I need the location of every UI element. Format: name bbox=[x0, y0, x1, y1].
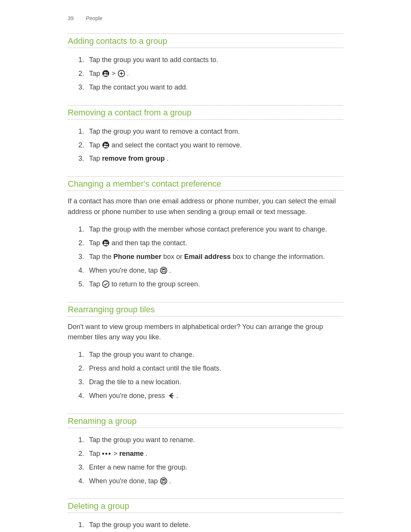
text: . bbox=[146, 450, 148, 457]
steps-changing: Tap the group with the member whose cont… bbox=[68, 223, 343, 291]
list-item: Drag the tile to a new location. bbox=[86, 375, 343, 389]
list-item: Tap ••• > rename . bbox=[86, 447, 343, 461]
text: . bbox=[127, 70, 129, 77]
section-adding: Adding contacts to a group Tap the group… bbox=[68, 34, 343, 94]
section-rearranging: Rearranging group tiles Don't want to vi… bbox=[68, 302, 343, 403]
text: . bbox=[167, 155, 169, 162]
text: Tap bbox=[89, 141, 102, 149]
email-address-box: Email address bbox=[184, 253, 231, 260]
list-item: Tap the group you want to delete. bbox=[86, 518, 343, 532]
heading-rearranging: Rearranging group tiles bbox=[68, 302, 343, 316]
steps-rearranging: Tap the group you want to change. Press … bbox=[68, 348, 343, 403]
section-deleting: Deleting a group Tap the group you want … bbox=[68, 498, 343, 532]
text: box or bbox=[163, 253, 184, 260]
list-item: Tap the group you want to rename. bbox=[86, 433, 343, 447]
phone-number-box: Phone number bbox=[113, 253, 161, 260]
action-rename: rename bbox=[119, 450, 143, 457]
page-number: 39 bbox=[68, 15, 74, 21]
more-dots-icon: ••• bbox=[102, 449, 112, 459]
section-changing: Changing a member's contact preference I… bbox=[68, 176, 343, 291]
list-item: When you're done, tap . bbox=[86, 264, 343, 278]
text: Tap bbox=[89, 155, 102, 162]
text: Tap bbox=[89, 70, 102, 77]
text: . bbox=[169, 267, 171, 274]
text: and select the contact you want to remov… bbox=[112, 141, 242, 149]
text: When you're done, tap bbox=[89, 477, 160, 485]
text: . bbox=[177, 392, 178, 399]
separator: > bbox=[113, 450, 119, 457]
list-item: Tap the group you want to change. bbox=[86, 348, 343, 362]
text: Tap bbox=[89, 280, 102, 288]
list-item: Tap and then tap the contact. bbox=[86, 236, 343, 250]
check-circle-icon bbox=[102, 280, 110, 288]
list-item: Tap the group you want to add contacts t… bbox=[86, 53, 343, 67]
page-section-title: People bbox=[86, 15, 102, 21]
list-item: Tap the group you want to remove a conta… bbox=[86, 125, 343, 139]
steps-deleting: Tap the group you want to delete. Tap ••… bbox=[68, 518, 343, 532]
text: When you're done, press bbox=[89, 392, 167, 399]
plus-circle-icon bbox=[118, 70, 125, 77]
steps-removing: Tap the group you want to remove a conta… bbox=[68, 125, 343, 166]
heading-changing: Changing a member's contact preference bbox=[68, 177, 343, 191]
list-item: Tap to return to the group screen. bbox=[86, 278, 343, 291]
text: and then tap the contact. bbox=[112, 239, 187, 247]
list-item: Tap > . bbox=[86, 67, 343, 81]
back-arrow-icon bbox=[167, 392, 175, 399]
heading-adding: Adding contacts to a group bbox=[68, 34, 343, 48]
text: Tap bbox=[89, 239, 102, 247]
list-item: Enter a new name for the group. bbox=[86, 461, 343, 474]
group-icon bbox=[102, 239, 110, 247]
text: Tap the bbox=[89, 253, 113, 260]
section-renaming: Renaming a group Tap the group you want … bbox=[68, 414, 343, 488]
list-item: When you're done, press . bbox=[86, 389, 343, 403]
list-item: Tap the Phone number box or Email addres… bbox=[86, 250, 343, 264]
intro-rearranging: Don't want to view group members in alph… bbox=[68, 322, 343, 343]
list-item: When you're done, tap . bbox=[86, 474, 343, 488]
text: to return to the group screen. bbox=[112, 280, 200, 288]
text: . bbox=[169, 477, 171, 485]
steps-adding: Tap the group you want to add contacts t… bbox=[68, 53, 343, 94]
action-remove-from-group: remove from group bbox=[102, 155, 165, 162]
save-circle-icon bbox=[160, 267, 167, 274]
heading-removing: Removing a contact from a group bbox=[68, 105, 343, 120]
separator: > bbox=[112, 70, 118, 77]
list-item: Tap the contact you want to add. bbox=[86, 81, 343, 94]
page-content: Adding contacts to a group Tap the group… bbox=[0, 34, 411, 532]
intro-changing: If a contact has more than one email add… bbox=[68, 196, 343, 217]
text: box to change the information. bbox=[233, 253, 325, 260]
group-icon bbox=[102, 70, 110, 77]
heading-deleting: Deleting a group bbox=[68, 499, 343, 513]
list-item: Tap the group with the member whose cont… bbox=[86, 223, 343, 236]
group-icon bbox=[102, 141, 110, 149]
save-circle-icon bbox=[160, 477, 167, 485]
text: When you're done, tap bbox=[89, 267, 160, 274]
list-item: Press and hold a contact until the tile … bbox=[86, 362, 343, 375]
heading-renaming: Renaming a group bbox=[68, 414, 343, 428]
list-item: Tap and select the contact you want to r… bbox=[86, 139, 343, 152]
steps-renaming: Tap the group you want to rename. Tap ••… bbox=[68, 433, 343, 488]
page-header: 39 People bbox=[0, 15, 411, 25]
text: Tap bbox=[89, 450, 102, 457]
list-item: Tap remove from group . bbox=[86, 152, 343, 166]
section-removing: Removing a contact from a group Tap the … bbox=[68, 105, 343, 166]
